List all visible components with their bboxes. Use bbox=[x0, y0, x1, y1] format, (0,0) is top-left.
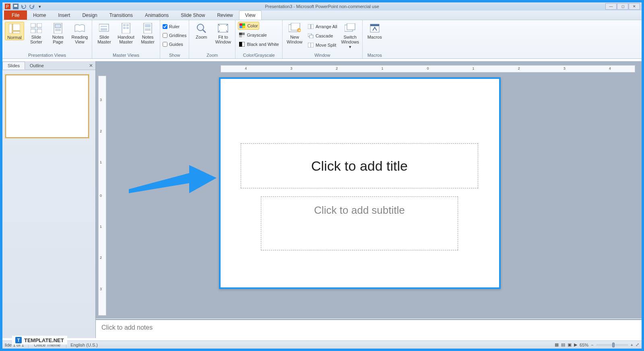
svg-rect-10 bbox=[37, 29, 42, 33]
svg-rect-53 bbox=[370, 24, 379, 26]
status-language[interactable]: English (U.S.) bbox=[70, 343, 98, 347]
tab-insert[interactable]: Insert bbox=[52, 10, 76, 20]
notes-master-icon bbox=[141, 23, 154, 34]
tab-view[interactable]: View bbox=[239, 10, 262, 20]
zoom-in-button[interactable]: + bbox=[631, 343, 633, 347]
window-group-label: Window bbox=[285, 52, 360, 58]
switch-windows-button[interactable]: Switch Windows ▾ bbox=[341, 22, 360, 49]
close-button[interactable]: ✕ bbox=[629, 3, 640, 10]
zoom-out-button[interactable]: − bbox=[591, 343, 593, 347]
minimize-button[interactable]: — bbox=[605, 3, 617, 10]
guides-checkbox[interactable]: Guides bbox=[163, 40, 183, 48]
svg-rect-32 bbox=[239, 26, 242, 28]
svg-rect-44 bbox=[308, 24, 310, 29]
panel-tabs: Slides Outline ✕ bbox=[2, 61, 95, 70]
fit-window-icon bbox=[217, 23, 229, 34]
notes-pane[interactable]: Click to add notes bbox=[96, 320, 642, 338]
horizontal-ruler: 4 3 2 1 0 1 2 3 4 bbox=[221, 65, 635, 72]
subtitle-placeholder[interactable]: Click to add subtitle bbox=[261, 196, 458, 250]
notes-page-icon bbox=[52, 23, 64, 34]
notes-page-button[interactable]: Notes Page bbox=[48, 22, 68, 44]
tab-animations[interactable]: Animations bbox=[139, 10, 175, 20]
slide-sorter-button[interactable]: Slide Sorter bbox=[27, 22, 46, 44]
view-sorter-icon[interactable]: ▤ bbox=[561, 342, 565, 347]
ppt-app-icon[interactable]: P bbox=[4, 3, 11, 10]
group-window: ✦ New Window Arrange All Cascade Move Sp… bbox=[283, 20, 363, 58]
view-normal-icon[interactable]: ▦ bbox=[555, 342, 559, 347]
svg-rect-36 bbox=[239, 35, 242, 37]
svg-rect-24 bbox=[145, 24, 151, 27]
new-window-icon: ✦ bbox=[288, 23, 301, 34]
black-white-button[interactable]: Black and White bbox=[238, 40, 279, 48]
group-color-grayscale: Color Grayscale Black and White Color/Gr… bbox=[235, 20, 282, 58]
view-slideshow-icon[interactable]: ▶ bbox=[574, 342, 577, 347]
view-reading-icon[interactable]: ▣ bbox=[568, 342, 572, 347]
new-window-label: New Window bbox=[285, 35, 304, 44]
svg-rect-8 bbox=[37, 23, 42, 27]
slide-thumbnail-1[interactable] bbox=[6, 75, 89, 138]
svg-rect-17 bbox=[101, 28, 107, 31]
slide-canvas-area: 4 3 2 1 0 1 2 3 4 3 2 1 0 1 2 3 Click to… bbox=[96, 61, 642, 338]
annotation-arrow-icon bbox=[129, 161, 217, 197]
maximize-button[interactable]: ◻ bbox=[617, 3, 628, 10]
svg-rect-7 bbox=[31, 23, 35, 27]
fit-label: Fit to Window bbox=[213, 35, 233, 44]
svg-rect-30 bbox=[239, 23, 242, 26]
svg-rect-16 bbox=[101, 26, 107, 27]
undo-icon[interactable] bbox=[20, 3, 27, 10]
watermark-text: TEMPLATE.NET bbox=[24, 337, 64, 343]
svg-line-28 bbox=[203, 30, 206, 33]
gridlines-checkbox[interactable]: Gridlines bbox=[163, 31, 186, 39]
macros-button[interactable]: Macros bbox=[365, 22, 384, 39]
svg-rect-20 bbox=[126, 24, 129, 26]
arrange-all-button[interactable]: Arrange All bbox=[307, 23, 338, 31]
svg-text:P: P bbox=[6, 4, 9, 9]
tab-transitions[interactable]: Transitions bbox=[103, 10, 139, 20]
thumbnails-area bbox=[2, 70, 95, 338]
cascade-button[interactable]: Cascade bbox=[307, 32, 338, 40]
move-split-button[interactable]: Move Split bbox=[307, 41, 338, 49]
vertical-ruler: 3 2 1 0 1 2 3 bbox=[98, 76, 106, 316]
ruler-checkbox[interactable]: Ruler bbox=[163, 23, 180, 31]
svg-rect-6 bbox=[13, 31, 20, 33]
panel-tab-outline[interactable]: Outline bbox=[25, 62, 49, 69]
qat-dropdown-icon[interactable]: ▾ bbox=[36, 3, 43, 10]
tab-design[interactable]: Design bbox=[76, 10, 103, 20]
save-icon[interactable] bbox=[12, 3, 19, 10]
zoom-percent[interactable]: 65% bbox=[580, 343, 588, 347]
normal-view-button[interactable]: Normal bbox=[5, 22, 24, 40]
handout-master-icon bbox=[120, 23, 132, 34]
slide-canvas[interactable]: Click to add title Click to add subtitle bbox=[219, 77, 501, 289]
grayscale-button[interactable]: Grayscale bbox=[238, 31, 268, 39]
zoom-slider[interactable] bbox=[596, 344, 628, 346]
tab-file[interactable]: File bbox=[4, 10, 27, 20]
fit-to-window-button[interactable]: Fit to Window bbox=[213, 22, 233, 44]
panel-tab-slides[interactable]: Slides bbox=[2, 62, 25, 70]
color-grayscale-group-label: Color/Grayscale bbox=[238, 52, 279, 58]
notes-master-button[interactable]: Notes Master bbox=[138, 22, 157, 44]
reading-view-button[interactable]: Reading View bbox=[70, 22, 89, 44]
tab-review[interactable]: Review bbox=[211, 10, 239, 20]
svg-rect-37 bbox=[242, 35, 245, 37]
svg-rect-21 bbox=[123, 27, 126, 29]
color-button[interactable]: Color bbox=[238, 22, 259, 30]
tab-home[interactable]: Home bbox=[27, 10, 52, 20]
status-bar: lide 1 of 1 "Office Theme" English (U.S.… bbox=[2, 341, 642, 349]
cascade-icon bbox=[308, 33, 314, 39]
handout-master-button[interactable]: Handout Master bbox=[116, 22, 136, 44]
color-swatch-icon bbox=[239, 23, 246, 29]
tab-slideshow[interactable]: Slide Show bbox=[175, 10, 211, 20]
svg-rect-5 bbox=[13, 24, 20, 31]
zoom-button[interactable]: Zoom bbox=[192, 22, 211, 39]
title-placeholder[interactable]: Click to add title bbox=[241, 143, 478, 188]
redo-icon[interactable] bbox=[28, 3, 35, 10]
new-window-button[interactable]: ✦ New Window bbox=[285, 22, 304, 44]
handout-master-label: Handout Master bbox=[116, 35, 136, 44]
window-controls: — ◻ ✕ bbox=[605, 3, 640, 10]
slides-outline-panel: Slides Outline ✕ bbox=[2, 61, 96, 338]
slide-master-button[interactable]: Slide Master bbox=[95, 22, 114, 44]
magnifier-icon bbox=[195, 23, 208, 34]
svg-rect-35 bbox=[242, 33, 245, 35]
panel-close-icon[interactable]: ✕ bbox=[89, 63, 93, 68]
fit-to-window-status-icon[interactable]: ⤢ bbox=[636, 342, 639, 347]
